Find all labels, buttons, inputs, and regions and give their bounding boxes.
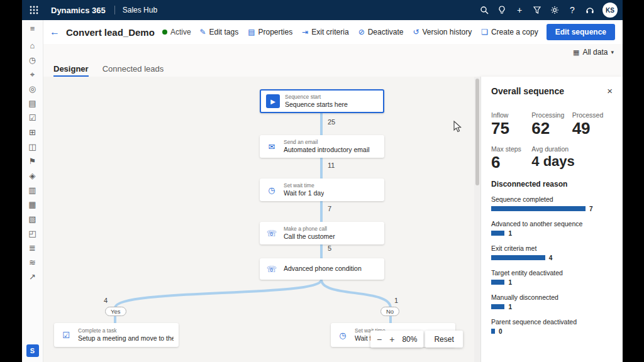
node-title: Sequence start — [285, 94, 348, 101]
zoom-in-button[interactable]: + — [389, 334, 394, 344]
filter-icon[interactable] — [528, 0, 546, 20]
bar-advanced-to-another-sequence: Advanced to another sequence 1 — [491, 220, 613, 237]
sequence-start-icon: ▶ — [266, 94, 280, 108]
canvas-scrollbar[interactable] — [474, 77, 480, 362]
sales-literature-icon[interactable]: ≣ — [26, 243, 40, 253]
orders-icon[interactable]: ▦ — [26, 199, 40, 210]
bar — [491, 280, 504, 285]
invoices-icon[interactable]: ▧ — [26, 214, 40, 224]
lightbulb-icon[interactable] — [493, 0, 511, 20]
recent-icon[interactable]: ◷ — [26, 55, 40, 65]
home-icon[interactable]: ⌂ — [26, 40, 40, 51]
edge-count: 7 — [328, 205, 331, 212]
tab-designer[interactable]: Designer — [53, 64, 89, 77]
bar-label: Sequence completed — [491, 195, 613, 203]
bar-value: 1 — [508, 279, 512, 286]
version-history-button[interactable]: ↺ Version history — [413, 28, 472, 36]
edit-sequence-button[interactable]: Edit sequence — [547, 24, 615, 40]
stat-value: 75 — [491, 120, 531, 137]
contacts-icon[interactable]: ◫ — [26, 141, 40, 152]
exit-criteria-button[interactable]: ⇥ Exit criteria — [302, 28, 348, 36]
properties-button[interactable]: ▤ Properties — [248, 28, 292, 36]
node-title: Advanced phone condition — [284, 265, 362, 273]
node-title: Complete a task — [78, 327, 174, 334]
branch-yes-pill[interactable]: Yes — [105, 307, 126, 316]
stat-inflow: Inflow 75 — [491, 111, 531, 137]
forecasts-icon[interactable]: ↗ — [26, 272, 40, 282]
add-icon[interactable]: + — [511, 0, 528, 20]
deactivate-button[interactable]: ⊘ Deactivate — [358, 28, 404, 36]
accounts-icon[interactable]: ⊞ — [26, 127, 40, 138]
quotes-icon[interactable]: ▥ — [26, 185, 40, 195]
node-subtitle: Setup a meeting and move to the next sta… — [78, 334, 174, 343]
activities-icon[interactable]: ☑ — [26, 112, 40, 123]
command-bar: ← Convert lead_Demo Active ✎ Edit tags ▤… — [43, 20, 623, 44]
page-title: Convert lead_Demo — [66, 27, 155, 38]
canvas-scrollbar-thumb[interactable] — [475, 79, 479, 185]
node-sequence-start[interactable]: ▶ Sequence start Sequence starts here — [260, 89, 384, 113]
node-complete-task[interactable]: ☑ Complete a task Setup a meeting and mo… — [54, 323, 179, 347]
all-data-filter[interactable]: ▦ All data ▾ — [573, 48, 614, 57]
settings-gear-icon[interactable] — [546, 0, 564, 20]
properties-icon: ▤ — [248, 28, 255, 36]
stat-value: 6 — [491, 154, 531, 171]
area-switcher-badge[interactable]: S — [26, 344, 39, 357]
stat-label: Max steps — [491, 145, 531, 153]
bar-label: Target entity deactivated — [491, 269, 613, 277]
node-advanced-phone-condition[interactable]: ☏ Advanced phone condition — [260, 258, 384, 280]
create-copy-button[interactable]: ❏ Create a copy — [481, 28, 538, 36]
node-title: Send an email — [284, 139, 370, 146]
pinned-icon[interactable]: ⌖ — [26, 69, 40, 80]
agents-icon[interactable]: ◎ — [26, 84, 40, 94]
avatar[interactable]: KS — [602, 3, 618, 18]
close-icon[interactable]: × — [607, 85, 613, 96]
bar-label: Advanced to another sequence — [491, 220, 613, 228]
status-label: Active — [170, 28, 191, 36]
zoom-level: 80% — [402, 335, 417, 344]
zoom-out-button[interactable]: − — [377, 334, 382, 344]
exit-criteria-label: Exit criteria — [311, 28, 348, 36]
bar — [491, 304, 504, 309]
bar-exit-criteria-met: Exit criteria met 4 — [491, 244, 613, 261]
task-icon: ☑ — [59, 328, 73, 342]
phone-icon: ☏ — [265, 226, 279, 240]
panel-title: Overall sequence — [491, 86, 564, 96]
exit-criteria-icon: ⇥ — [302, 28, 308, 36]
bar-parent-sequence-deactivated: Parent sequence deactivated 0 — [491, 318, 613, 335]
edit-tags-button[interactable]: ✎ Edit tags — [199, 28, 238, 36]
zoom-reset-button[interactable]: Reset — [425, 331, 462, 348]
create-copy-label: Create a copy — [491, 28, 538, 36]
node-title: Make a phone call — [284, 226, 335, 233]
tab-connected-leads[interactable]: Connected leads — [103, 64, 164, 77]
status-dot-icon — [162, 30, 167, 35]
support-headset-icon[interactable] — [581, 0, 599, 20]
node-set-wait-time[interactable]: ◷ Set wait time Wait for 1 day — [260, 178, 384, 201]
leads-icon[interactable]: ⚑ — [26, 156, 40, 167]
stat-label: Avg duration — [531, 145, 613, 153]
menu-icon[interactable]: ≡ — [26, 23, 40, 34]
node-subtitle: Wait for 1 day — [284, 189, 324, 197]
command-buttons: ✎ Edit tags ▤ Properties ⇥ Exit criteria… — [199, 28, 538, 36]
branch-no-pill[interactable]: No — [380, 307, 399, 316]
node-send-email[interactable]: ✉ Send an email Automated introductory e… — [260, 135, 384, 158]
filter-strip: ▦ All data ▾ — [43, 44, 623, 60]
help-icon[interactable]: ? — [564, 0, 581, 20]
marketing-lists-icon[interactable]: ≋ — [26, 257, 40, 268]
app-launcher-icon[interactable] — [23, 0, 45, 20]
area-title[interactable]: Sales Hub — [114, 6, 157, 14]
dashboards-icon[interactable]: ▤ — [26, 98, 40, 109]
sequence-canvas[interactable]: ▶ Sequence start Sequence starts here 25… — [43, 77, 480, 362]
grid-icon: ▦ — [573, 48, 579, 57]
node-make-phone-call[interactable]: ☏ Make a phone call Call the customer — [260, 222, 384, 244]
back-button[interactable]: ← — [50, 26, 60, 38]
stat-value: 4 days — [531, 154, 613, 168]
products-icon[interactable]: ◰ — [26, 228, 40, 239]
search-icon[interactable] — [475, 0, 493, 20]
bar-value: 7 — [589, 206, 593, 212]
bar — [491, 206, 586, 211]
opportunities-icon[interactable]: ◈ — [26, 170, 40, 181]
bar-value: 4 — [549, 255, 553, 261]
topbar-left: Dynamics 365 Sales Hub — [22, 0, 157, 20]
deactivate-label: Deactivate — [368, 28, 404, 36]
sequence-stats-row-1: Inflow 75 Processing 62 Processed 49 — [491, 111, 613, 137]
